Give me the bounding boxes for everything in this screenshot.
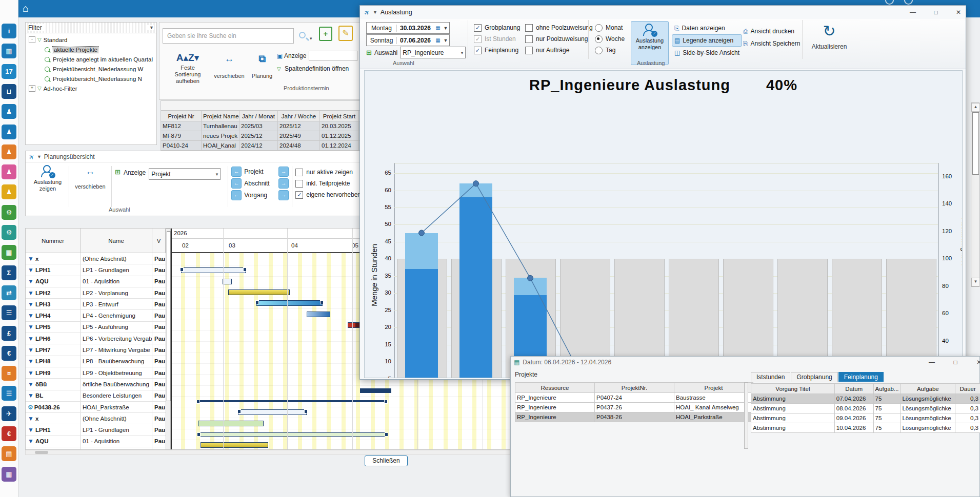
gantt-row[interactable]: ▼öBüörtliche BauüberwachungPau [26, 379, 166, 390]
gantt-bar[interactable] [198, 421, 264, 426]
radio-option[interactable]: Tag [595, 45, 625, 56]
sidebar-app-icon[interactable]: ⇄ [2, 285, 16, 300]
column-header[interactable]: Datum [834, 384, 873, 394]
sidebar-app-icon[interactable]: ▦ [2, 245, 16, 260]
sidebar-app-icon[interactable]: € [2, 346, 16, 361]
tab-iststunden[interactable]: Iststunden [751, 372, 790, 382]
move-button[interactable]: ↔ verschieben [211, 52, 247, 79]
filter-tree-item[interactable]: Projekte angelegt im aktuellen Quartal [27, 54, 155, 64]
tab-grobplanung[interactable]: Grobplanung [791, 372, 837, 382]
checkbox-icon[interactable] [295, 180, 303, 188]
action-button[interactable]: ◫Side-by-Side Ansicht [672, 47, 742, 59]
checkbox-option[interactable]: ✓eigene hervorheben [295, 189, 361, 200]
gantt-bar[interactable] [198, 432, 387, 437]
sidebar-app-icon[interactable]: ⚙ [2, 225, 16, 240]
radio-icon[interactable] [595, 35, 603, 43]
filter-tree-item[interactable]: -▽Standard [27, 35, 155, 45]
gantt-bar[interactable] [360, 388, 391, 393]
sidebar-app-icon[interactable]: Σ [2, 265, 16, 280]
sidebar-app-icon[interactable]: £ [2, 326, 16, 341]
radio-icon[interactable] [595, 47, 603, 54]
close-button[interactable]: Schließen [365, 455, 408, 466]
gantt-row[interactable]: ▼x(Ohne Abschnitt)Pau [26, 413, 166, 424]
timeline-row[interactable] [171, 429, 510, 440]
action-button[interactable]: ⎘Daten anzeigen [672, 22, 742, 34]
dropdown-icon[interactable]: ▼ [442, 38, 449, 43]
gantt-row[interactable]: ▼LPH5LP5 - AusführungPau [26, 322, 166, 333]
sidebar-app-icon[interactable]: ⊔ [2, 84, 16, 99]
popup-minimize-button[interactable]: — [924, 358, 939, 368]
gantt-col-nummer[interactable]: Nummer [26, 229, 81, 253]
checkbox-option[interactable]: ohne Poolzuweisung [525, 22, 593, 33]
nav-right-icon[interactable]: → [278, 178, 289, 189]
gantt-row-table[interactable]: ▼x(Ohne Abschnitt)Pau▼LPH1LP1 - Grundlag… [26, 253, 166, 450]
gantt-vertical-scrollbar[interactable] [166, 229, 171, 450]
planung-button[interactable]: ⧉ Planung [247, 52, 277, 79]
popup-titlebar[interactable]: ▦ Datum: 06.04.2026 - 12.04.2026 [511, 357, 979, 368]
anzeige-input[interactable] [309, 51, 357, 61]
tree-expander-icon[interactable]: + [29, 85, 35, 92]
checkbox-option[interactable]: nur Aufträge [525, 45, 593, 56]
gantt-bar[interactable] [181, 267, 246, 273]
table-row[interactable]: Abstimmung10.04.202675Lösungsmöglichke0,… [751, 423, 980, 433]
table-row[interactable]: Abstimmung08.04.202675Lösungsmöglichke0,… [751, 404, 980, 413]
radio-option[interactable]: Woche [595, 33, 625, 45]
aktualisieren-button[interactable]: ↻ Aktualisieren [807, 21, 851, 50]
nav-right-icon[interactable]: → [278, 190, 289, 200]
sidebar-app-icon[interactable]: € [2, 426, 16, 441]
checkbox-option[interactable]: nur aktive zeigen [295, 167, 361, 178]
calendar-icon[interactable]: ▦ [434, 25, 442, 31]
gantt-row[interactable]: ▼AQU01 - AquisitionPau [26, 276, 166, 287]
sidebar-app-icon[interactable]: 17 [2, 64, 16, 79]
sidebar-app-icon[interactable]: ▦ [2, 44, 16, 58]
spaltendefinition-button[interactable]: ▽ Spaltendefinition öffnen [277, 65, 349, 72]
sidebar-app-icon[interactable]: ▦ [2, 467, 16, 482]
action-button[interactable]: ▤Legende anzeigen [672, 34, 742, 47]
checkbox-option[interactable]: nur Poolzuweisung [525, 33, 593, 45]
column-header[interactable]: Jahr / Monat [239, 111, 278, 121]
filter-header[interactable]: Filter ▼ [26, 23, 156, 33]
gantt-row[interactable]: ▼AQU01 - AquisitionPau [26, 436, 166, 447]
popup-detail-table[interactable]: Vorgang TitelDatumAufgab...AufgabeDauerA… [751, 383, 980, 433]
close-window-button[interactable]: ✕ [951, 8, 966, 18]
sidebar-app-icon[interactable]: ⚙ [2, 205, 16, 220]
gantt-col-v[interactable]: V [152, 229, 166, 253]
sidebar-app-icon[interactable]: ♟ [2, 164, 16, 179]
anzeige-select[interactable]: Projekt ▾ [149, 168, 221, 180]
nav-left-icon[interactable]: ← [231, 178, 242, 189]
radio-icon[interactable] [595, 24, 603, 32]
dropdown-icon[interactable]: ▼ [442, 26, 449, 31]
edit-icon[interactable]: ✎ [338, 26, 353, 41]
sort-button[interactable]: A▴Z▾ Feste Sortierung aufheben [167, 51, 208, 85]
resource-select[interactable]: RP_Ingenieure▾ [400, 47, 466, 58]
gantt-row[interactable]: ▼LPH9LP9 - ObjektbetreuungPau [26, 367, 166, 379]
column-header[interactable]: Jahr / Woche [278, 111, 320, 121]
nav-right-icon[interactable]: → [278, 167, 289, 177]
tree-expander-icon[interactable]: - [29, 36, 35, 43]
sidebar-app-icon[interactable]: ♟ [2, 144, 16, 159]
titlebar-user-icon[interactable] [885, 0, 894, 5]
nav-left-icon[interactable]: ← [231, 167, 242, 177]
popup-close-button[interactable]: ✕ [971, 358, 980, 368]
search-icon[interactable] [299, 32, 306, 38]
minimize-button[interactable]: — [905, 8, 921, 18]
column-header[interactable]: Dauer [955, 384, 980, 394]
action-button[interactable]: ⎘Ansicht Speichern [741, 37, 803, 50]
auslastung-anzeigen-button[interactable]: ✓ Auslastung anzeigen [631, 21, 669, 65]
timeline-row[interactable] [171, 418, 510, 429]
column-header[interactable]: Projekt [674, 383, 753, 393]
sidebar-app-icon[interactable]: ♟ [2, 125, 16, 139]
sidebar-app-icon[interactable]: i [2, 24, 16, 38]
window-menu-icon[interactable]: ▼ [373, 10, 377, 15]
column-header[interactable]: Projekt Nr [161, 111, 202, 121]
timeline-row[interactable] [171, 385, 510, 397]
sidebar-app-icon[interactable]: ♟ [2, 184, 16, 199]
scroll-up-icon[interactable]: ▲ [971, 103, 980, 112]
checkbox-icon[interactable] [525, 47, 533, 54]
home-icon[interactable]: ⌂ [23, 3, 29, 14]
checkbox-option[interactable]: ✓Grobplanung [474, 22, 520, 33]
gantt-bar[interactable] [201, 442, 268, 448]
gantt-bar[interactable] [228, 289, 290, 295]
auslastung-titlebar[interactable]: ✈ ▼ Auslastung [360, 6, 966, 19]
column-header[interactable]: Projekt Name [202, 111, 239, 121]
